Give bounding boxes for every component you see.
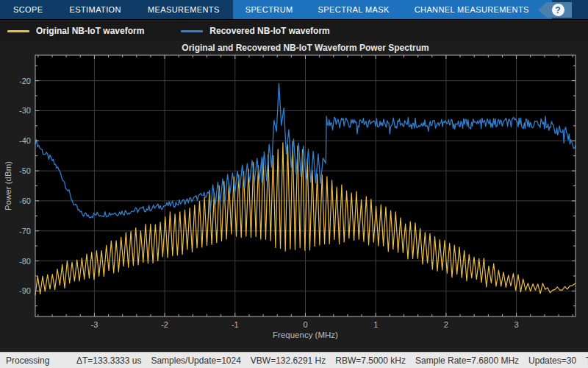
x-tick-label: -2 xyxy=(161,320,168,329)
legend-item-recovered[interactable]: Recovered NB-IoT waveform xyxy=(181,26,329,36)
x-tick-label: 2 xyxy=(444,320,448,329)
legend-item-original[interactable]: Original NB-IoT waveform xyxy=(7,26,144,36)
tab-group-spectrum-context: SPECTRUM SPECTRAL MASK CHANNEL MEASUREME… xyxy=(233,0,552,19)
y-axis-label: Power (dBm) xyxy=(4,161,12,210)
help-icon: ? xyxy=(552,4,564,16)
tab-channel-measurements[interactable]: CHANNEL MEASUREMENTS xyxy=(402,0,542,19)
y-tick-label: -70 xyxy=(19,227,31,236)
status-updates: Updates=30 xyxy=(528,355,576,366)
tab-group-main: SCOPE ESTIMATION MEASUREMENTS xyxy=(0,0,233,19)
x-tick-label: 3 xyxy=(514,320,519,329)
tab-spectrum[interactable]: SPECTRUM xyxy=(233,0,306,19)
status-processing: Processing xyxy=(6,355,76,366)
status-vbw: VBW=132.6291 Hz xyxy=(251,355,326,366)
tab-estimation[interactable]: ESTIMATION xyxy=(57,0,135,19)
chart-title: Original and Recovered NB-IoT Waveform P… xyxy=(182,43,429,53)
y-tick-label: -50 xyxy=(19,166,31,175)
x-tick-label: 0 xyxy=(303,320,307,329)
legend-line-swatch-recovered xyxy=(181,30,203,32)
power-spectrum-chart[interactable]: Original and Recovered NB-IoT Waveform P… xyxy=(0,41,588,352)
legend-line-swatch-original xyxy=(7,30,29,32)
x-tick-label: 1 xyxy=(373,320,378,329)
status-samples-per-update: Samples/Update=1024 xyxy=(151,355,240,366)
tab-scope[interactable]: SCOPE xyxy=(0,0,57,19)
legend-label-recovered: Recovered NB-IoT waveform xyxy=(209,26,329,36)
y-tick-label: -20 xyxy=(19,77,31,85)
tab-measurements[interactable]: MEASUREMENTS xyxy=(135,0,233,19)
x-axis-label: Frequency (MHz) xyxy=(273,330,338,339)
y-tick-label: -40 xyxy=(19,136,31,145)
y-tick-label: -60 xyxy=(19,197,31,205)
x-tick-label: -3 xyxy=(91,320,98,329)
legend-label-original: Original NB-IoT waveform xyxy=(36,26,144,36)
y-tick-label: -80 xyxy=(19,257,31,266)
status-bar: Processing ΔT=133.3333 us Samples/Update… xyxy=(0,352,588,368)
y-tick-label: -30 xyxy=(19,106,31,115)
tab-spectral-mask[interactable]: SPECTRAL MASK xyxy=(306,0,402,19)
status-sample-rate: Sample Rate=7.6800 MHz xyxy=(415,355,519,366)
status-rbw: RBW=7.5000 kHz xyxy=(335,355,406,366)
spectrum-analyzer-window: SCOPE ESTIMATION MEASUREMENTS SPECTRUM S… xyxy=(0,0,588,368)
x-tick-label: -1 xyxy=(232,320,239,329)
status-delta-t: ΔT=133.3333 us xyxy=(76,355,141,366)
chart-legend: Original NB-IoT waveform Recovered NB-Io… xyxy=(0,21,588,41)
y-tick-label: -90 xyxy=(19,286,31,295)
toolstrip-tab-bar: SCOPE ESTIMATION MEASUREMENTS SPECTRUM S… xyxy=(0,0,588,20)
